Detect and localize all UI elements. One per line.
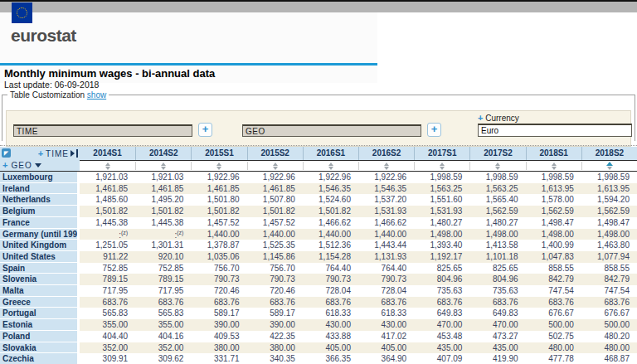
data-cell: 1,501.82 — [247, 206, 303, 217]
time-plus-icon[interactable]: + — [38, 148, 44, 158]
data-cell: 1,461.85 — [247, 183, 303, 195]
data-cell: 477.78 — [526, 353, 581, 364]
data-cell: 1,531.93 — [414, 206, 469, 217]
column-header-2018S1[interactable]: 2018S1 — [526, 147, 581, 160]
filter-panel: TIME GEO + Currency Euro — [6, 110, 631, 147]
sort-up-icon — [216, 163, 221, 166]
data-cell: 468.87 — [581, 353, 637, 364]
show-link[interactable]: show — [87, 90, 106, 99]
data-cell: 470.00 — [414, 319, 469, 331]
data-cell: 676.67 — [581, 308, 637, 319]
sort-control-2015S1[interactable] — [191, 162, 246, 170]
data-cell: 683.76 — [581, 297, 637, 308]
currency-plus-icon[interactable]: + — [478, 113, 483, 123]
data-cell: 589.17 — [191, 308, 246, 319]
column-header-2016S2[interactable]: 2016S2 — [358, 147, 414, 160]
column-header-2015S2[interactable]: 2015S2 — [247, 147, 303, 160]
customization-legend-text: Table Customization — [10, 90, 85, 99]
data-cell: 789.15 — [80, 274, 135, 285]
currency-label: + Currency — [478, 113, 519, 123]
data-cell: 1,463.80 — [581, 240, 637, 251]
data-cell: 1,498.47 — [526, 217, 581, 229]
sort-up-icon — [273, 163, 278, 166]
sort-control-2018S2[interactable] — [581, 162, 637, 170]
data-cell: 404.40 — [80, 331, 135, 342]
data-cell: 618.33 — [303, 308, 358, 319]
data-cell: 390.00 — [191, 319, 246, 331]
geo-plus-icon[interactable]: + — [2, 160, 8, 170]
data-cell: 676.67 — [526, 308, 581, 319]
column-header-2015S1[interactable]: 2015S1 — [191, 147, 246, 160]
table-customization-fieldset: Table Customization show TIME GEO + Curr… — [2, 90, 635, 141]
time-dimension-box[interactable]: TIME — [13, 124, 192, 137]
sort-down-icon — [552, 167, 557, 170]
data-cell: 1,466.62 — [358, 217, 414, 229]
data-cell: 1,565.40 — [469, 194, 525, 206]
data-cell: 1,562.59 — [526, 206, 581, 217]
data-cell: 1,563.25 — [414, 183, 469, 195]
column-header-row: 2014S12014S22015S12015S22016S12016S22017… — [80, 147, 637, 161]
geo-dimension-box[interactable]: GEO — [242, 124, 421, 137]
data-cell: 430.00 — [358, 319, 414, 331]
eu-stars-circle — [17, 7, 27, 18]
table-row: Slovenia789.15789.15790.73790.73790.7379… — [0, 274, 637, 285]
data-cell: 1,440.00 — [303, 229, 358, 240]
data-cell: 355.00 — [80, 319, 135, 331]
data-cell: 1,998.59 — [581, 172, 637, 183]
data-cell: 825.65 — [469, 263, 525, 274]
column-header-2018S2[interactable]: 2018S2 — [581, 147, 637, 160]
data-cell: 728.04 — [358, 285, 414, 297]
data-cell: 920.10 — [135, 251, 191, 263]
column-header-2014S2[interactable]: 2014S2 — [135, 147, 191, 160]
data-cell: 1,413.58 — [469, 240, 525, 251]
data-cell: 309.62 — [135, 353, 191, 364]
data-cell: 1,512.36 — [303, 240, 358, 251]
data-cell: 1,501.82 — [135, 206, 191, 217]
row-label: Belgium — [0, 206, 80, 217]
data-cell: 480.00 — [581, 342, 637, 354]
sort-up-icon — [384, 163, 389, 166]
geo-pivot-control[interactable]: + GEO — [2, 160, 41, 170]
column-header-2017S2[interactable]: 2017S2 — [469, 147, 525, 160]
sort-control-2016S2[interactable] — [358, 162, 414, 170]
data-cell: 1,145.86 — [247, 251, 303, 263]
sort-up-icon — [161, 163, 166, 166]
column-header-2016S1[interactable]: 2016S1 — [303, 147, 358, 160]
column-header-2014S1[interactable]: 2014S1 — [80, 147, 135, 160]
data-cell: 565.83 — [80, 308, 135, 319]
data-cell: 1,301.31 — [135, 240, 191, 251]
data-cell: 1,921.03 — [80, 172, 135, 183]
sort-control-2017S2[interactable] — [469, 162, 525, 170]
sort-control-2015S2[interactable] — [247, 162, 303, 170]
data-cell: 1,613.95 — [581, 183, 637, 195]
sort-control-2017S1[interactable] — [414, 162, 469, 170]
sort-control-2014S1[interactable] — [80, 162, 135, 170]
data-cell: 618.33 — [358, 308, 414, 319]
geo-add-button[interactable] — [427, 123, 441, 137]
data-cell: 735.63 — [414, 285, 469, 297]
pivot-corner-icon[interactable] — [2, 148, 11, 158]
data-cell: 649.83 — [469, 308, 525, 319]
data-cell: 1,498.00 — [469, 229, 525, 240]
sort-control-2016S1[interactable] — [303, 162, 358, 170]
sort-up-icon — [105, 163, 110, 166]
data-cell: 858.55 — [581, 263, 637, 274]
time-add-button[interactable] — [198, 123, 212, 137]
sort-up-icon — [328, 163, 333, 166]
currency-select[interactable]: Euro — [478, 124, 632, 137]
data-cell: 1,501.82 — [191, 206, 246, 217]
data-cell: 1,562.59 — [581, 206, 637, 217]
data-cell: 735.63 — [469, 285, 525, 297]
data-cell: 1,501.82 — [80, 206, 135, 217]
sort-control-2018S1[interactable] — [526, 162, 581, 170]
row-label: Slovakia — [0, 342, 80, 354]
column-header-2017S1[interactable]: 2017S1 — [414, 147, 469, 160]
data-cell: 500.00 — [526, 319, 581, 331]
time-pivot-control[interactable]: + TIME — [38, 148, 78, 158]
sort-control-2014S2[interactable] — [135, 162, 191, 170]
data-cell: 747.54 — [526, 285, 581, 297]
time-arrow-right-icon — [71, 150, 75, 157]
data-cell: 1,498.00 — [581, 229, 637, 240]
data-cell: 390.00 — [247, 319, 303, 331]
data-cell: 683.76 — [526, 297, 581, 308]
